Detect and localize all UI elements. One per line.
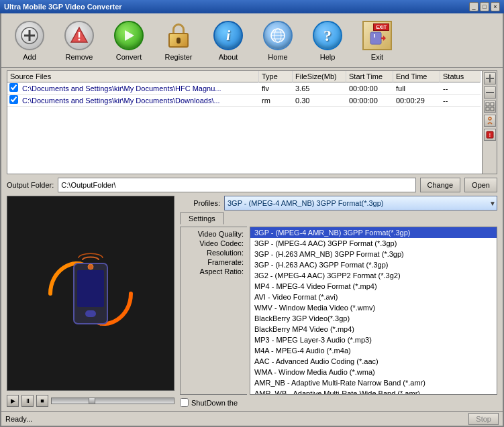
svg-rect-21 <box>486 107 489 111</box>
svg-rect-29 <box>77 270 104 307</box>
file-type-1: flv <box>259 84 293 93</box>
file-size-2: 0.30 <box>293 97 346 105</box>
dropdown-item-4[interactable]: 3G2 - (MPEG-4 AAC) 3GPP2 Format (*.3g2) <box>250 270 497 281</box>
dropdown-item-5[interactable]: MP4 - MPEG-4 Video Format (*.mp4) <box>250 281 497 292</box>
table-row[interactable]: C:\Documents and Settings\kir\My Documen… <box>7 95 481 107</box>
close-button[interactable]: × <box>491 2 500 11</box>
home-button[interactable]: Home <box>254 16 302 64</box>
dropdown-item-15[interactable]: AMR_WB - Adaptive Multi-Rate Wide Band (… <box>250 388 497 395</box>
side-btn-1[interactable] <box>484 72 496 84</box>
dropdown-item-11[interactable]: M4A - MPEG-4 Audio (*.m4a) <box>250 345 497 356</box>
side-btn-5[interactable]: ! <box>484 129 496 141</box>
register-button[interactable]: Register <box>154 16 203 64</box>
help-label: Help <box>320 53 336 61</box>
form-row-aspectratio: Aspect Ratio: <box>183 267 244 276</box>
profiles-select-wrapper: 3GP - (MPEG-4 AMR_NB) 3GPP Format(*.3gp)… <box>224 196 497 210</box>
file-start-1: 00:00:00 <box>346 84 393 93</box>
maximize-button[interactable]: □ <box>480 2 489 11</box>
register-label: Register <box>165 53 193 61</box>
convert-button[interactable]: Convert <box>105 16 153 64</box>
side-btn-2[interactable] <box>484 86 496 99</box>
dropdown-item-10[interactable]: MP3 - MPEG Layer-3 Audio (*.mp3) <box>250 334 497 345</box>
dropdown-item-13[interactable]: WMA - Window Media Audio (*.wma) <box>250 367 497 377</box>
register-icon <box>162 19 195 52</box>
playback-controls: ▶ ⏸ ■ <box>7 393 174 408</box>
form-label-videocodec: Video Codec: <box>183 239 244 247</box>
output-folder-row: Output Folder: C:\OutputFolder\ Change O… <box>7 178 497 192</box>
shutdown-row: ShutDown the <box>180 397 497 408</box>
stop-ctrl-button[interactable]: ■ <box>36 395 48 407</box>
remove-button[interactable]: Remove <box>55 16 103 64</box>
shutdown-label: ShutDown the <box>191 399 238 407</box>
remove-icon <box>63 19 95 52</box>
toolbar: Add Remove <box>1 13 503 68</box>
exit-icon: EXIT <box>361 19 393 52</box>
dropdown-item-7[interactable]: WMV - Window Media Video (*.wmv) <box>250 302 497 313</box>
svg-point-31 <box>88 264 93 269</box>
form-row-resolution: Resolution: <box>183 249 244 257</box>
file-size-1: 3.65 <box>293 84 346 93</box>
window-title: Ultra Mobile 3GP Video Converter <box>4 3 122 11</box>
svg-rect-12 <box>370 32 381 44</box>
home-label: Home <box>268 53 287 61</box>
about-icon: i <box>212 19 244 52</box>
file-checkbox-1[interactable] <box>7 83 19 93</box>
dropdown-item-6[interactable]: AVI - Video Format (*.avi) <box>250 292 497 302</box>
tab-settings[interactable]: Settings <box>180 212 224 225</box>
col-header-type: Type <box>259 71 293 82</box>
file-status-2: -- <box>440 97 481 105</box>
svg-rect-30 <box>85 310 96 317</box>
dropdown-item-1[interactable]: 3GP - (MPEG-4 AAC) 3GPP Format (*.3gp) <box>250 238 497 249</box>
play-button[interactable]: ▶ <box>7 395 19 407</box>
svg-point-5 <box>79 39 81 41</box>
pause-button[interactable]: ⏸ <box>21 395 34 407</box>
stop-button[interactable]: Stop <box>468 413 499 425</box>
minimize-button[interactable]: _ <box>469 2 478 11</box>
form-row-framerate: Framerate: <box>183 258 244 266</box>
side-btn-4[interactable] <box>484 115 496 127</box>
shutdown-checkbox[interactable] <box>180 398 189 407</box>
file-end-2: 00:00:29 <box>393 97 440 105</box>
bottom-panel: ▶ ⏸ ■ Profiles: 3GP - (MPEG-4 AMR_NB) 3G… <box>7 196 497 408</box>
source-files-panel: Source Files Type FileSize(Mb) Start Tim… <box>7 70 497 174</box>
change-button[interactable]: Change <box>420 178 461 192</box>
file-start-2: 00:00:00 <box>346 97 393 105</box>
status-bar: Ready... Stop <box>1 411 503 426</box>
side-btn-3[interactable] <box>484 101 496 113</box>
dropdown-item-12[interactable]: AAC - Advanced Audio Coding (*.aac) <box>250 356 497 367</box>
profiles-label: Profiles: <box>180 199 220 207</box>
convert-icon <box>113 19 145 52</box>
progress-thumb[interactable] <box>89 398 95 404</box>
col-header-source: Source Files <box>7 71 259 82</box>
dropdown-item-2[interactable]: 3GP - (H.263 AMR_NB) 3GPP Format (*.3gp) <box>250 249 497 259</box>
dropdown-item-9[interactable]: BlackBerry MP4 Video (*.mp4) <box>250 324 497 334</box>
settings-tabs: Settings <box>180 212 497 225</box>
output-path-input[interactable]: C:\OutputFolder\ <box>58 178 415 192</box>
about-button[interactable]: i About <box>204 16 252 64</box>
add-button[interactable]: Add <box>5 16 54 64</box>
svg-rect-20 <box>491 103 494 106</box>
profiles-display[interactable]: 3GP - (MPEG-4 AMR_NB) 3GPP Format(*.3gp) <box>224 196 497 210</box>
progress-bar[interactable] <box>51 398 174 404</box>
dropdown-item-0[interactable]: 3GP - (MPEG-4 AMR_NB) 3GPP Format(*.3gp) <box>250 227 497 238</box>
table-row[interactable]: C:\Documents and Settings\kir\My Documen… <box>7 82 481 95</box>
help-button[interactable]: ? Help <box>303 16 352 64</box>
svg-rect-19 <box>486 103 489 106</box>
dropdown-item-14[interactable]: AMR_NB - Adaptive Multi-Rate Narrow Band… <box>250 377 497 388</box>
open-button[interactable]: Open <box>464 178 497 192</box>
form-label-videoquality: Video Quality: <box>183 230 244 238</box>
svg-marker-14 <box>383 36 386 41</box>
dropdown-item-3[interactable]: 3GP - (H.263 AAC) 3GPP Format (*.3gp) <box>250 259 497 270</box>
remove-label: Remove <box>66 53 93 61</box>
svg-text:!: ! <box>489 133 491 137</box>
form-label-aspectratio: Aspect Ratio: <box>183 267 244 276</box>
exit-button[interactable]: EXIT Exit <box>353 16 401 64</box>
dropdown-item-8[interactable]: BlackBerry 3GP Video(*.3gp) <box>250 313 497 324</box>
col-header-starttime: Start Time <box>346 71 393 82</box>
add-label: Add <box>23 53 36 61</box>
form-row-videoquality: Video Quality: <box>183 230 244 238</box>
file-checkbox-2[interactable] <box>7 95 19 105</box>
profiles-dropdown-list[interactable]: 3GP - (MPEG-4 AMR_NB) 3GPP Format(*.3gp)… <box>250 227 497 395</box>
output-label: Output Folder: <box>7 181 54 189</box>
file-end-1: full <box>393 84 440 93</box>
